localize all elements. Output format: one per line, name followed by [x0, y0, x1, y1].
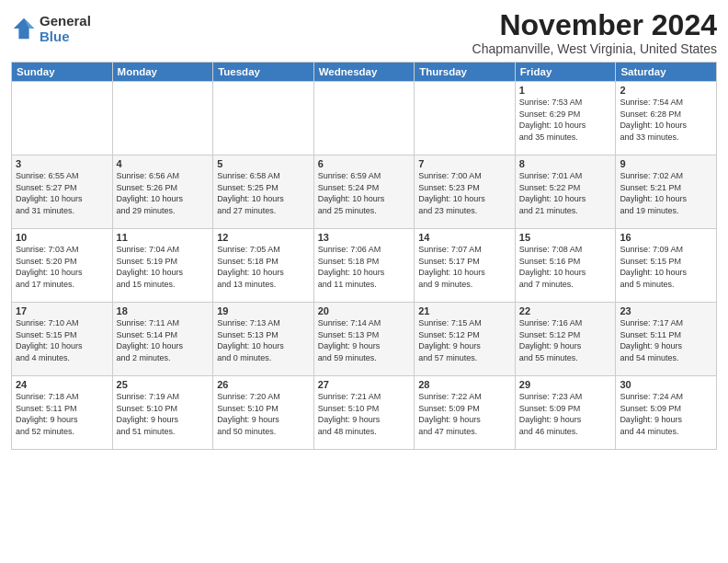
title-block: November 2024 Chapmanville, West Virgini… — [472, 9, 717, 56]
calendar-cell — [112, 82, 213, 155]
month-title: November 2024 — [472, 9, 717, 41]
weekday-header-monday: Monday — [112, 63, 213, 82]
calendar-week-2: 3Sunrise: 6:55 AM Sunset: 5:27 PM Daylig… — [12, 155, 717, 229]
calendar-cell: 29Sunrise: 7:23 AM Sunset: 5:09 PM Dayli… — [515, 376, 616, 450]
calendar-cell: 18Sunrise: 7:11 AM Sunset: 5:14 PM Dayli… — [112, 303, 213, 376]
calendar-cell: 24Sunrise: 7:18 AM Sunset: 5:11 PM Dayli… — [12, 376, 113, 450]
logo-icon — [11, 16, 37, 41]
day-number: 25 — [117, 379, 210, 390]
calendar-cell: 12Sunrise: 7:05 AM Sunset: 5:18 PM Dayli… — [213, 229, 314, 303]
calendar-cell: 26Sunrise: 7:20 AM Sunset: 5:10 PM Dayli… — [213, 376, 314, 450]
calendar-cell: 23Sunrise: 7:17 AM Sunset: 5:11 PM Dayli… — [616, 303, 717, 376]
day-info: Sunrise: 7:11 AM Sunset: 5:14 PM Dayligh… — [117, 317, 210, 363]
calendar-cell — [213, 82, 314, 155]
calendar-cell: 15Sunrise: 7:08 AM Sunset: 5:16 PM Dayli… — [515, 229, 616, 303]
day-info: Sunrise: 7:20 AM Sunset: 5:10 PM Dayligh… — [217, 391, 310, 437]
day-number: 13 — [318, 232, 411, 243]
day-info: Sunrise: 7:17 AM Sunset: 5:11 PM Dayligh… — [620, 317, 712, 363]
weekday-header-sunday: Sunday — [12, 63, 113, 82]
day-info: Sunrise: 7:53 AM Sunset: 6:29 PM Dayligh… — [519, 97, 612, 143]
day-number: 19 — [217, 305, 310, 316]
calendar-cell: 8Sunrise: 7:01 AM Sunset: 5:22 PM Daylig… — [515, 155, 616, 229]
calendar-cell: 7Sunrise: 7:00 AM Sunset: 5:23 PM Daylig… — [415, 155, 516, 229]
calendar-cell: 30Sunrise: 7:24 AM Sunset: 5:09 PM Dayli… — [616, 376, 717, 450]
day-info: Sunrise: 7:19 AM Sunset: 5:10 PM Dayligh… — [117, 391, 210, 437]
calendar-cell: 28Sunrise: 7:22 AM Sunset: 5:09 PM Dayli… — [415, 376, 516, 450]
calendar-week-4: 17Sunrise: 7:10 AM Sunset: 5:15 PM Dayli… — [12, 303, 717, 376]
calendar-cell: 11Sunrise: 7:04 AM Sunset: 5:19 PM Dayli… — [112, 229, 213, 303]
calendar-cell: 20Sunrise: 7:14 AM Sunset: 5:13 PM Dayli… — [313, 303, 415, 376]
day-number: 24 — [16, 379, 108, 390]
calendar-cell: 2Sunrise: 7:54 AM Sunset: 6:28 PM Daylig… — [616, 82, 717, 155]
calendar-cell: 3Sunrise: 6:55 AM Sunset: 5:27 PM Daylig… — [12, 155, 113, 229]
calendar-cell: 4Sunrise: 6:56 AM Sunset: 5:26 PM Daylig… — [112, 155, 213, 229]
day-info: Sunrise: 7:07 AM Sunset: 5:17 PM Dayligh… — [418, 244, 511, 290]
calendar-week-1: 1Sunrise: 7:53 AM Sunset: 6:29 PM Daylig… — [12, 82, 717, 155]
subtitle: Chapmanville, West Virginia, United Stat… — [472, 41, 717, 56]
day-info: Sunrise: 7:23 AM Sunset: 5:09 PM Dayligh… — [519, 391, 612, 437]
day-info: Sunrise: 7:08 AM Sunset: 5:16 PM Dayligh… — [519, 244, 612, 290]
calendar-cell: 21Sunrise: 7:15 AM Sunset: 5:12 PM Dayli… — [415, 303, 516, 376]
day-number: 7 — [418, 158, 511, 169]
day-number: 8 — [519, 158, 612, 169]
calendar-cell: 6Sunrise: 6:59 AM Sunset: 5:24 PM Daylig… — [313, 155, 415, 229]
calendar-cell — [415, 82, 516, 155]
day-number: 14 — [418, 232, 511, 243]
day-info: Sunrise: 7:06 AM Sunset: 5:18 PM Dayligh… — [318, 244, 411, 290]
logo: General Blue — [11, 13, 91, 44]
day-number: 27 — [318, 379, 411, 390]
calendar-cell: 5Sunrise: 6:58 AM Sunset: 5:25 PM Daylig… — [213, 155, 314, 229]
weekday-header-saturday: Saturday — [616, 63, 717, 82]
day-number: 16 — [620, 232, 712, 243]
day-number: 3 — [16, 158, 108, 169]
day-info: Sunrise: 7:01 AM Sunset: 5:22 PM Dayligh… — [519, 170, 612, 216]
day-number: 12 — [217, 232, 310, 243]
day-number: 11 — [117, 232, 210, 243]
calendar-cell: 22Sunrise: 7:16 AM Sunset: 5:12 PM Dayli… — [515, 303, 616, 376]
day-info: Sunrise: 7:22 AM Sunset: 5:09 PM Dayligh… — [418, 391, 511, 437]
page-container: General Blue November 2024 Chapmanville,… — [0, 0, 728, 455]
day-number: 20 — [318, 305, 411, 316]
day-info: Sunrise: 7:10 AM Sunset: 5:15 PM Dayligh… — [16, 317, 108, 363]
calendar-cell — [313, 82, 415, 155]
day-number: 5 — [217, 158, 310, 169]
day-number: 28 — [418, 379, 511, 390]
day-number: 10 — [16, 232, 108, 243]
day-number: 17 — [16, 305, 108, 316]
calendar-cell: 17Sunrise: 7:10 AM Sunset: 5:15 PM Dayli… — [12, 303, 113, 376]
day-number: 4 — [117, 158, 210, 169]
day-number: 18 — [117, 305, 210, 316]
calendar-cell: 13Sunrise: 7:06 AM Sunset: 5:18 PM Dayli… — [313, 229, 415, 303]
day-info: Sunrise: 7:54 AM Sunset: 6:28 PM Dayligh… — [620, 97, 712, 143]
day-info: Sunrise: 7:24 AM Sunset: 5:09 PM Dayligh… — [620, 391, 712, 437]
day-info: Sunrise: 7:05 AM Sunset: 5:18 PM Dayligh… — [217, 244, 310, 290]
calendar-cell: 19Sunrise: 7:13 AM Sunset: 5:13 PM Dayli… — [213, 303, 314, 376]
weekday-header-friday: Friday — [515, 63, 616, 82]
day-number: 29 — [519, 379, 612, 390]
calendar-cell: 10Sunrise: 7:03 AM Sunset: 5:20 PM Dayli… — [12, 229, 113, 303]
day-info: Sunrise: 6:56 AM Sunset: 5:26 PM Dayligh… — [117, 170, 210, 216]
day-info: Sunrise: 7:02 AM Sunset: 5:21 PM Dayligh… — [620, 170, 712, 216]
day-number: 22 — [519, 305, 612, 316]
day-info: Sunrise: 7:13 AM Sunset: 5:13 PM Dayligh… — [217, 317, 310, 363]
day-number: 6 — [318, 158, 411, 169]
weekday-header-tuesday: Tuesday — [213, 63, 314, 82]
day-info: Sunrise: 7:21 AM Sunset: 5:10 PM Dayligh… — [318, 391, 411, 437]
day-number: 15 — [519, 232, 612, 243]
day-number: 2 — [620, 85, 712, 96]
day-info: Sunrise: 7:03 AM Sunset: 5:20 PM Dayligh… — [16, 244, 108, 290]
day-info: Sunrise: 7:04 AM Sunset: 5:19 PM Dayligh… — [117, 244, 210, 290]
day-info: Sunrise: 7:15 AM Sunset: 5:12 PM Dayligh… — [418, 317, 511, 363]
weekday-header-row: SundayMondayTuesdayWednesdayThursdayFrid… — [12, 63, 717, 82]
weekday-header-wednesday: Wednesday — [313, 63, 415, 82]
calendar-cell: 27Sunrise: 7:21 AM Sunset: 5:10 PM Dayli… — [313, 376, 415, 450]
day-info: Sunrise: 7:16 AM Sunset: 5:12 PM Dayligh… — [519, 317, 612, 363]
calendar-cell: 1Sunrise: 7:53 AM Sunset: 6:29 PM Daylig… — [515, 82, 616, 155]
calendar-cell: 25Sunrise: 7:19 AM Sunset: 5:10 PM Dayli… — [112, 376, 213, 450]
day-number: 1 — [519, 85, 612, 96]
day-info: Sunrise: 7:00 AM Sunset: 5:23 PM Dayligh… — [418, 170, 511, 216]
header: General Blue November 2024 Chapmanville,… — [11, 9, 717, 56]
day-info: Sunrise: 6:55 AM Sunset: 5:27 PM Dayligh… — [16, 170, 108, 216]
day-number: 23 — [620, 305, 712, 316]
day-number: 26 — [217, 379, 310, 390]
